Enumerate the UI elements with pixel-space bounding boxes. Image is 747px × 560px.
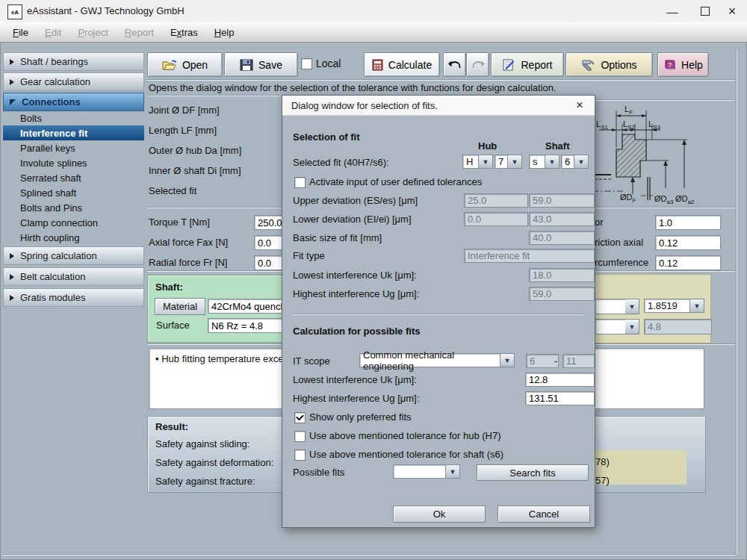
diameter-label-da3: ØDa3 — [654, 194, 674, 205]
shaft-grade-combo[interactable]: 6▼ — [561, 155, 589, 169]
show-preferred-fits-checkbox[interactable] — [294, 412, 306, 423]
sidebar-item-parallel-keys[interactable]: Parallel keys — [3, 140, 144, 155]
shaft-letter-combo[interactable]: s▼ — [529, 155, 560, 169]
torque-label: Torque T [Nm] — [149, 217, 210, 228]
menu-file[interactable]: File — [4, 24, 37, 41]
save-button[interactable]: Save — [224, 52, 298, 77]
redo-button[interactable] — [466, 52, 489, 77]
chevron-down-icon[interactable]: ▼ — [508, 155, 522, 169]
safety-fracture-label: Safety against fracture: — [155, 476, 255, 487]
it-scope-combo[interactable]: Common mechanical engineering▼ — [359, 353, 515, 367]
calc-lowest-interference-input[interactable]: 12.8 — [525, 373, 595, 387]
dialog-title: Dialog window for selection of fits. — [291, 100, 438, 111]
window-title: eAssistant - GWJ Technology GmbH — [27, 5, 185, 16]
sidebar-item-shaft-bearings[interactable]: Shaft / bearings — [3, 52, 144, 71]
friction-axial-input[interactable]: 0.12 — [655, 235, 721, 250]
basic-size-field: 40.0 — [529, 231, 595, 245]
redo-icon — [471, 60, 486, 70]
diameter-label-df: ØDF — [620, 193, 636, 204]
sidebar-item-clamp-connection[interactable]: Clamp connection — [3, 215, 144, 230]
status-text: Opens the dialog window for the selectio… — [149, 82, 557, 93]
hub-value-combo[interactable]: 1.8519 ▼ — [644, 299, 704, 313]
chevron-down-icon[interactable]: ▼ — [574, 155, 589, 169]
dialog-close-button[interactable]: × — [572, 98, 587, 113]
possible-fits-combo[interactable]: ▼ — [393, 464, 460, 479]
section-selection-of-fit: Selection of fit — [293, 131, 360, 143]
report-button[interactable]: Report — [491, 52, 564, 77]
sidebar-item-bolts-and-pins[interactable]: Bolts and Pins — [3, 200, 144, 215]
sidebar-item-bolts[interactable]: Bolts — [3, 111, 144, 125]
menu-extras[interactable]: Extras — [162, 24, 206, 41]
cancel-button[interactable]: Cancel — [498, 505, 590, 523]
sidebar-item-spring-calculation[interactable]: Spring calculation — [3, 246, 144, 265]
local-checkbox-label: Local — [316, 57, 341, 69]
friction-circumference-input[interactable]: 0.12 — [655, 255, 721, 270]
sidebar-item-splined-shaft[interactable]: Splined shaft — [3, 185, 144, 200]
ok-button[interactable]: Ok — [393, 505, 486, 523]
chevron-down-icon[interactable]: ▼ — [479, 155, 493, 169]
chevron-down-icon[interactable]: ▼ — [625, 319, 639, 335]
surface-label: Surface — [156, 320, 190, 331]
options-button[interactable]: Options — [565, 52, 653, 77]
hub-grade-combo[interactable]: 7▼ — [495, 155, 522, 169]
hub-letter-combo[interactable]: H▼ — [462, 155, 493, 169]
chevron-down-icon[interactable]: ▼ — [545, 155, 560, 169]
upper-deviation-shaft-field: 59.0 — [529, 193, 595, 208]
use-shaft-tolerance-checkbox[interactable] — [294, 449, 306, 461]
open-button[interactable]: Open — [147, 52, 223, 77]
dimension-label-ls1: LS1 — [596, 119, 608, 131]
upper-deviation-label: Upper deviation (ES/es) [μm] — [293, 195, 418, 206]
collapsed-triangle-icon — [10, 253, 14, 259]
selected-fit-label: Selected fit (40H7/s6): — [293, 157, 389, 168]
calculate-button[interactable]: Calculate — [364, 52, 440, 77]
joint-diameter-label: Joint Ø DF [mm] — [149, 105, 220, 116]
activate-tolerances-checkbox[interactable] — [294, 177, 306, 188]
calc-highest-interference-label: Highest interference Ug [μm]: — [293, 393, 419, 404]
chevron-down-icon[interactable]: ▼ — [625, 299, 639, 314]
result-value-fragment: 78) — [595, 456, 610, 467]
sidebar-item-belt-calculation[interactable]: Belt calculation — [3, 267, 144, 286]
menu-help[interactable]: Help — [206, 24, 243, 41]
help-book-icon: ? — [663, 59, 676, 71]
shaft-column-header: Shaft — [545, 140, 570, 152]
sidebar-item-gear-calculation[interactable]: Gear calculation — [3, 72, 144, 91]
fit-type-label: Fit type — [293, 250, 325, 261]
fit-type-field: Interference fit — [464, 249, 595, 263]
separator — [293, 314, 584, 315]
calc-highest-interference-input[interactable]: 131.51 — [525, 391, 595, 405]
sidebar-item-involute-splines[interactable]: Involute splines — [3, 155, 144, 170]
radial-force-label: Radial force Fr [N] — [149, 257, 227, 268]
safety-deformation-label: Safety against deformation: — [155, 457, 273, 468]
hub-column-header: Hub — [478, 140, 497, 152]
application-factor-label-fragment: or — [595, 217, 604, 228]
calculator-icon — [372, 59, 383, 71]
sidebar-item-connections[interactable]: Connections — [3, 93, 144, 111]
sidebar-item-hirth-coupling[interactable]: Hirth coupling — [3, 230, 144, 245]
sidebar-item-serrated-shaft[interactable]: Serrated shaft — [3, 170, 144, 185]
result-title: Result: — [155, 421, 188, 432]
material-button[interactable]: Material — [155, 298, 205, 315]
activate-tolerances-label: Activate input of user defined tolerance… — [309, 176, 482, 187]
sidebar-item-interference-fit[interactable]: Interference fit — [3, 125, 144, 140]
local-checkbox[interactable] — [301, 58, 312, 69]
sidebar-item-gratis-modules[interactable]: Gratis modules — [3, 288, 144, 307]
close-button[interactable]: × — [716, 0, 747, 22]
chevron-down-icon[interactable]: ▼ — [690, 299, 704, 313]
open-folder-icon — [162, 59, 177, 71]
lower-deviation-label: Lower deviation (EI/ei) [μm] — [293, 214, 412, 225]
outer-hub-diameter-label: Outer Ø hub Da [mm] — [149, 145, 241, 156]
chevron-down-icon[interactable]: ▼ — [500, 353, 515, 367]
search-fits-button[interactable]: Search fits — [477, 464, 589, 481]
application-factor-input[interactable]: 1.0 — [655, 215, 721, 230]
report-document-icon — [502, 58, 515, 71]
help-button[interactable]: ? Help — [657, 52, 709, 77]
collapsed-triangle-icon — [10, 274, 14, 280]
show-preferred-fits-label: Show only preferred fits — [309, 411, 412, 423]
chevron-down-icon[interactable]: ▼ — [446, 464, 460, 479]
minimize-button[interactable]: — — [656, 0, 689, 22]
use-hub-tolerance-checkbox[interactable] — [294, 431, 306, 442]
undo-button[interactable] — [443, 52, 466, 77]
separator — [147, 79, 735, 81]
lower-deviation-shaft-field: 43.0 — [529, 212, 595, 226]
use-shaft-tolerance-label: Use above mentioned tolerance for shaft … — [309, 449, 503, 460]
